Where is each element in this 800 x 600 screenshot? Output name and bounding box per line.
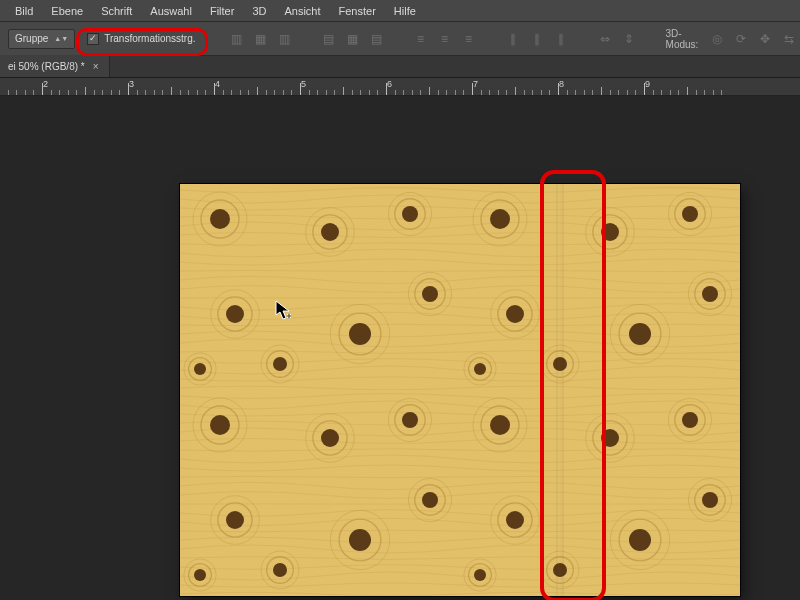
svg-point-4 (321, 223, 339, 241)
align-bottom-edges-icon[interactable]: ▤ (366, 29, 388, 49)
3d-roll-icon[interactable]: ⟳ (730, 29, 752, 49)
svg-point-82 (682, 412, 698, 428)
svg-point-69 (273, 563, 287, 577)
menu-item-ebene[interactable]: Ebene (42, 2, 92, 20)
align-left-edges-icon[interactable]: ▥ (226, 29, 248, 49)
wood-texture (180, 184, 740, 596)
align-horizontal-centers-icon[interactable]: ▦ (250, 29, 272, 49)
svg-point-16 (422, 286, 438, 302)
svg-point-13 (349, 323, 371, 345)
group-mode-label: Gruppe (15, 33, 48, 44)
close-icon[interactable]: × (93, 61, 99, 72)
svg-point-29 (601, 223, 619, 241)
document-tab-bar: ei 50% (RGB/8) * × (0, 56, 800, 78)
svg-point-32 (682, 206, 698, 222)
svg-point-47 (474, 363, 486, 375)
texture-seam (556, 184, 564, 596)
menu-item-hilfe[interactable]: Hilfe (385, 2, 425, 20)
svg-point-63 (349, 529, 371, 551)
svg-point-66 (422, 492, 438, 508)
menu-bar: Bild Ebene Schrift Auswahl Filter 3D Ans… (0, 0, 800, 22)
3d-pan-icon[interactable]: ✥ (754, 29, 776, 49)
align-vertical-centers-icon[interactable]: ▦ (342, 29, 364, 49)
3d-slide-icon[interactable]: ⇆ (778, 29, 800, 49)
svg-point-22 (194, 363, 206, 375)
document-canvas[interactable] (180, 184, 740, 596)
distribute-right-icon[interactable]: ≡ (458, 29, 480, 49)
menu-item-fenster[interactable]: Fenster (330, 2, 385, 20)
canvas-area[interactable] (0, 96, 800, 600)
svg-point-88 (629, 529, 651, 551)
menu-item-schrift[interactable]: Schrift (92, 2, 141, 20)
svg-point-91 (702, 492, 718, 508)
svg-point-76 (490, 415, 510, 435)
align-vertical-group: ▤ ▦ ▤ (318, 29, 388, 49)
svg-point-72 (194, 569, 206, 581)
svg-point-79 (601, 429, 619, 447)
svg-point-85 (506, 511, 524, 529)
horizontal-ruler: 23456789 (0, 78, 800, 96)
stepper-arrows-icon: ▲▼ (54, 37, 68, 41)
align-right-edges-icon[interactable]: ▥ (274, 29, 296, 49)
align-edges-group: ▥ ▦ ▥ (226, 29, 296, 49)
svg-point-97 (474, 569, 486, 581)
align-top-edges-icon[interactable]: ▤ (318, 29, 340, 49)
svg-point-60 (226, 511, 244, 529)
options-bar: Gruppe ▲▼ ✓ Transformationsstrg. ▥ ▦ ▥ ▤… (0, 22, 800, 56)
mode-3d-label: 3D-Modus: (666, 28, 699, 50)
distribute-vertical-group: ∥ ∥ ∥ (502, 29, 572, 49)
menu-item-filter[interactable]: Filter (201, 2, 243, 20)
group-mode-dropdown[interactable]: Gruppe ▲▼ (8, 29, 75, 49)
transform-controls-checkbox[interactable]: ✓ Transformationsstrg. (83, 28, 203, 50)
distribute-bottom-icon[interactable]: ∥ (550, 29, 572, 49)
menu-item-bild[interactable]: Bild (6, 2, 42, 20)
distribute-hspacing-icon[interactable]: ⇔ (594, 29, 616, 49)
distribute-hcenter-icon[interactable]: ≡ (434, 29, 456, 49)
svg-point-38 (629, 323, 651, 345)
svg-point-1 (210, 209, 230, 229)
svg-point-54 (321, 429, 339, 447)
menu-item-auswahl[interactable]: Auswahl (141, 2, 201, 20)
svg-point-51 (210, 415, 230, 435)
menu-item-3d[interactable]: 3D (243, 2, 275, 20)
svg-point-41 (702, 286, 718, 302)
mode-3d-group: ◎ ⟳ ✥ ⇆ ⤢ ▣ (706, 29, 800, 49)
svg-point-57 (402, 412, 418, 428)
distribute-top-icon[interactable]: ∥ (502, 29, 524, 49)
distribute-left-icon[interactable]: ≡ (410, 29, 432, 49)
distribute-spacing-group: ⇔ ⇕ (594, 29, 640, 49)
document-tab[interactable]: ei 50% (RGB/8) * × (0, 55, 110, 77)
svg-point-10 (226, 305, 244, 323)
document-tab-title: ei 50% (RGB/8) * (8, 61, 85, 72)
transform-controls-label: Transformationsstrg. (104, 33, 195, 44)
svg-point-26 (490, 209, 510, 229)
svg-point-7 (402, 206, 418, 222)
3d-orbit-icon[interactable]: ◎ (706, 29, 728, 49)
distribute-vcenter-icon[interactable]: ∥ (526, 29, 548, 49)
svg-point-35 (506, 305, 524, 323)
svg-point-19 (273, 357, 287, 371)
menu-item-ansicht[interactable]: Ansicht (275, 2, 329, 20)
distribute-vspacing-icon[interactable]: ⇕ (618, 29, 640, 49)
checkbox-checked-icon: ✓ (87, 33, 99, 45)
distribute-horizontal-group: ≡ ≡ ≡ (410, 29, 480, 49)
